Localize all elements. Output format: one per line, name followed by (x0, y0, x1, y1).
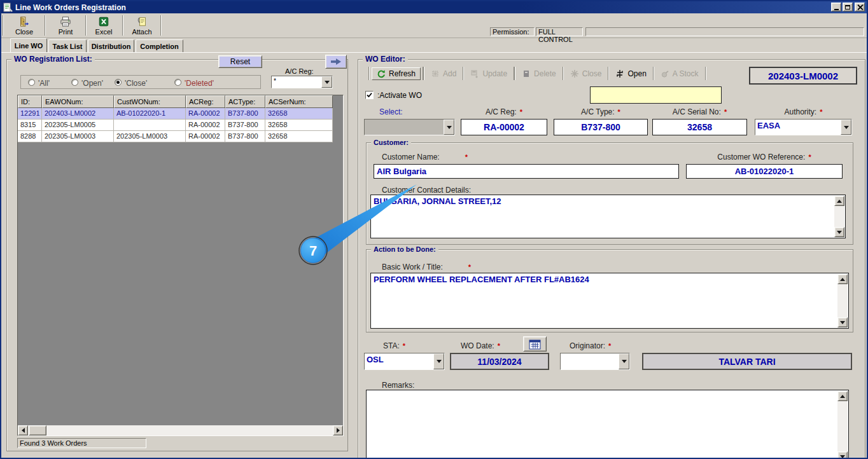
close-wo-button[interactable]: Close (566, 68, 606, 79)
cell-acreg: RA-00002 (186, 131, 225, 142)
radio-all[interactable] (28, 79, 35, 86)
customer-contact-textarea[interactable]: BULGARIA, JORNAL STREET,12 (370, 195, 846, 238)
customer-name-field[interactable]: AIR Bulgaria (374, 164, 679, 179)
basic-work-label: Basic Work / Title:* (382, 263, 471, 271)
select-combo-dropdown-button[interactable] (444, 120, 454, 135)
ac-reg-filter-dropdown-button[interactable] (321, 76, 332, 88)
grid-header-acreg[interactable]: ACReg: (186, 95, 225, 108)
door-exit-icon (18, 16, 31, 27)
scroll-down-button[interactable] (834, 227, 844, 237)
grid-header-custwonum[interactable]: CustWONum: (114, 95, 186, 108)
app-window: Line Work Orders Registration Close (0, 0, 868, 459)
scroll-up-button[interactable] (834, 196, 844, 206)
permission-label-box: Permission: (490, 27, 535, 36)
permission-value-box: FULL CONTROL (536, 27, 583, 36)
activate-wo-checkbox[interactable] (365, 91, 374, 99)
delete-button[interactable]: Delete (517, 68, 561, 79)
scroll-down-button[interactable] (837, 451, 848, 459)
originator-label: Originator:* (570, 341, 611, 350)
toolbar-separator (85, 15, 87, 36)
attach-icon (136, 16, 148, 27)
contact-scrollbar[interactable] (834, 196, 844, 237)
close-icon (857, 4, 863, 10)
tab-task-list-label: Task List (53, 43, 83, 50)
scroll-up-button[interactable] (837, 391, 848, 401)
wo-grid: ID: EAWONum: CustWONum: ACReg: ACType: A… (17, 95, 344, 436)
close-window-button[interactable] (855, 3, 865, 11)
authority-combo[interactable]: EASA (755, 119, 852, 135)
grid-header-acsernum[interactable]: ACSerNum: (265, 95, 333, 108)
refresh-button[interactable]: Refresh (372, 67, 421, 80)
wo-number-value: 202403-LM0002 (768, 71, 838, 81)
cell-acsernum: 32658 (265, 108, 333, 120)
reset-button[interactable]: Reset (218, 55, 262, 68)
sta-combo[interactable]: OSL (364, 353, 445, 370)
cell-eawonum: 202403-LM0002 (42, 108, 114, 120)
scrollbar-thumb[interactable] (29, 425, 46, 435)
radio-deleted[interactable] (174, 79, 181, 86)
ac-type-field[interactable]: B737-800 (554, 119, 648, 135)
scroll-right-button[interactable] (333, 425, 343, 435)
toolbar-grip (3, 15, 4, 36)
restore-button[interactable] (843, 3, 853, 11)
originator-dropdown-button[interactable] (619, 353, 629, 369)
remarks-textarea[interactable] (366, 390, 849, 459)
app-icon (3, 3, 13, 12)
add-button[interactable]: Add (426, 68, 461, 79)
sta-dropdown-button[interactable] (433, 353, 444, 369)
go-arrow-button[interactable] (325, 55, 347, 69)
toolbar-separator (608, 67, 609, 80)
tab-completion[interactable]: Completion (136, 39, 183, 52)
scroll-up-button[interactable] (837, 274, 848, 284)
toolbar-close-button[interactable]: Close (6, 15, 42, 36)
wo-date-field[interactable]: 11/03/2024 (450, 353, 549, 370)
basic-work-textarea[interactable]: PERFORM WHEEL REPLACEMENT AFTER FL#AB162… (370, 273, 849, 329)
cell-eawonum: 202305-LM0005 (42, 120, 114, 131)
grid-header-eawonum[interactable]: EAWONum: (42, 95, 114, 108)
minimize-button[interactable] (831, 3, 841, 11)
tab-task-list[interactable]: Task List (48, 39, 87, 52)
tab-line-wo[interactable]: Line WO (10, 38, 47, 52)
ac-reg-filter-combo[interactable]: * (271, 76, 333, 88)
cell-id: 8315 (18, 120, 42, 131)
title-bar: Line Work Orders Registration (1, 1, 867, 13)
authority-dropdown-button[interactable] (841, 120, 851, 135)
status-text: Found 3 Work Orders (20, 439, 87, 447)
remarks-scrollbar[interactable] (837, 391, 848, 459)
toolbar-print-button[interactable]: Print (48, 15, 83, 36)
status-bar: Found 3 Work Orders (17, 438, 146, 448)
basic-work-scrollbar[interactable] (837, 274, 848, 327)
scroll-left-button[interactable] (18, 425, 28, 435)
tab-distribution[interactable]: Distribution (88, 39, 134, 52)
scroll-up-icon (840, 278, 845, 281)
toolbar-excel-button[interactable]: Excel (88, 15, 120, 36)
quick-search-field[interactable] (590, 86, 722, 104)
grid-header-actype[interactable]: ACType: (225, 95, 265, 108)
grid-horizontal-scrollbar[interactable] (18, 425, 343, 435)
cell-custwonum: 202305-LM0003 (114, 131, 186, 142)
customer-ref-field[interactable]: AB-01022020-1 (686, 164, 843, 179)
sta-value: OSL (365, 353, 433, 369)
radio-open[interactable] (71, 79, 78, 86)
grid-header-id[interactable]: ID: (18, 95, 42, 108)
required-marker: * (808, 153, 811, 161)
ac-reg-filter-label: A/C Reg: (285, 67, 314, 75)
toolbar-attach-button[interactable]: Attach (125, 15, 159, 36)
main-toolbar: Close Print Excel (1, 13, 867, 38)
tab-completion-label: Completion (140, 43, 179, 50)
update-button[interactable]: Update (466, 68, 512, 79)
ac-serial-field[interactable]: 32658 (652, 119, 747, 135)
scroll-down-icon (840, 321, 845, 324)
ac-reg-field[interactable]: RA-00002 (461, 119, 547, 135)
toolbar-separator (463, 67, 464, 80)
required-marker: * (820, 108, 822, 116)
radio-close[interactable] (115, 79, 122, 86)
calendar-icon (529, 339, 541, 350)
scroll-down-button[interactable] (837, 317, 848, 327)
originator-combo[interactable] (560, 353, 630, 370)
select-combo[interactable] (364, 119, 455, 135)
chevron-down-icon (447, 126, 452, 129)
a-stock-button[interactable]: A Stock (656, 68, 703, 79)
calendar-button[interactable] (523, 336, 547, 352)
open-wo-button[interactable]: Open (611, 68, 650, 79)
